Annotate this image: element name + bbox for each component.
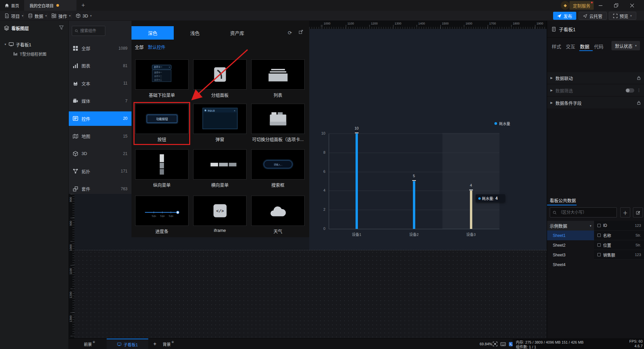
tile-iframe[interactable]: </> [193,196,247,226]
chart-bar-cap [355,133,359,133]
text-icon [73,81,78,86]
tile-slider[interactable]: 节点1节点2节点3 [135,196,189,226]
state-selector[interactable]: 默认状态 ▾ [611,41,640,50]
layers-panel-header: 看板图层 [0,21,68,35]
tile-hmenu[interactable] [193,149,247,180]
chart-bar-设备3[interactable] [470,191,472,229]
tile-label-dropdown: 基础下拉菜单 [135,92,189,98]
component-search-input[interactable] [80,29,102,33]
project-tab[interactable]: 我的空白项目 [24,0,76,11]
component-search[interactable] [72,26,105,36]
refresh-icon[interactable]: ⟳ [288,30,292,35]
common-data-tab[interactable]: 看板公共数据 [547,195,644,205]
popout-icon[interactable] [299,30,303,34]
category-topo[interactable]: 拓扑171 [69,164,131,179]
category-count: 20 [123,116,127,121]
keyboard-shortcuts-icon[interactable] [500,341,506,347]
field-checkbox[interactable] [597,224,601,227]
chart-bar-设备1[interactable] [356,134,358,229]
menu-project[interactable]: 项目▾ [1,11,27,21]
category-cube[interactable]: 3D21 [69,146,131,161]
divider [23,13,24,18]
category-suite[interactable]: 套件763 [69,182,131,196]
add-data-button[interactable]: ＋ [620,207,630,217]
close-button[interactable] [625,0,639,11]
expand-caret-icon[interactable]: ▼ [4,43,7,46]
tab-code[interactable]: 代码 [594,43,603,50]
category-grid[interactable]: 全部1089 [69,41,131,55]
tile-modal[interactable]: 弹窗标题✕ [193,104,247,134]
cloud-hosting-button[interactable]: 云托管 [579,12,607,20]
tree-item-chart[interactable]: T型分组柱状图 [0,49,68,58]
field-checkbox[interactable] [597,253,601,256]
tab-light-theme[interactable]: 浅色 [174,26,216,40]
tile-list[interactable] [251,59,305,90]
section-3[interactable]: ▶数据条件字段 [547,97,644,108]
category-media[interactable]: 媒体7 [69,94,131,108]
ruler-h-tick: 1100 [347,22,354,25]
tile-panel[interactable] [193,59,247,90]
menu-data[interactable]: 数据▾ [25,11,50,21]
section-1[interactable]: ▶数据联动 [547,72,644,84]
field-row-销售额[interactable]: 销售额123 [594,250,644,260]
zoom-level[interactable]: 69.84% [480,339,492,349]
category-chart[interactable]: 图表81 [69,58,131,73]
field-row-ID[interactable]: ID123 [594,221,644,231]
preview-button[interactable]: 预览 ▾ [609,12,636,20]
keyboard-icon [500,342,506,346]
category-map[interactable]: 地图15 [69,129,131,143]
minimize-button[interactable] [593,0,608,11]
menu-3d[interactable]: 3D▾ [72,11,95,21]
chart-bar-设备2[interactable] [413,181,415,229]
tile-tabspanel[interactable] [251,104,305,134]
dataset-selector[interactable]: 示例数据 ▾ [547,221,594,231]
tab-style[interactable]: 样式 [552,43,561,50]
field-row-名称[interactable]: 名称Str. [594,231,644,240]
sheet-item-sheet4[interactable]: Sheet4 [547,260,594,269]
board-tab[interactable]: 子看板1 [107,339,148,349]
section-2[interactable]: ▶数据筛选⋮ [547,85,644,96]
tab-data[interactable]: 数据 [580,43,589,50]
tree-item-board[interactable]: ▼ 子看板1 [0,40,68,49]
add-board-button[interactable]: + [153,339,156,349]
field-type: 123 [635,253,641,257]
publish-button[interactable]: 发布 [553,12,576,20]
home-tab[interactable]: 首页 [0,0,24,11]
kebab-menu-icon[interactable]: ⋮ [637,88,641,93]
tab-interaction[interactable]: 交互 [566,43,575,50]
sheet-item-sheet2[interactable]: Sheet2 [547,240,594,250]
bar-chart-component[interactable]: 024681010设备15设备24设备3 [309,29,547,250]
custom-service-label: 定制服务 [573,2,590,9]
background-button[interactable]: 背景⊕ [163,339,173,349]
category-text[interactable]: 文本11 [69,76,131,91]
home-icon [5,3,9,8]
fit-view-icon[interactable] [492,341,498,347]
tile-vmenu[interactable] [135,149,189,180]
tab-asset-library[interactable]: 资产库 [216,26,258,40]
common-data-search[interactable] [550,207,617,217]
menu-operations[interactable]: 操作▾ [48,11,74,21]
filter-tab-all[interactable]: 全部 [135,44,144,50]
field-row-位置[interactable]: 位置Str. [594,240,644,250]
sheet-item-sheet1[interactable]: Sheet1 [547,231,594,240]
filter-icon[interactable] [59,25,64,30]
section-caret-icon[interactable]: ▶ [550,101,553,104]
filter-tab-default[interactable]: 默认控件 [148,44,165,50]
edit-data-button[interactable] [633,207,643,217]
section-toggle[interactable] [626,88,634,93]
sheet-item-sheet3[interactable]: Sheet3 [547,250,594,260]
section-caret-icon[interactable]: ▶ [550,76,553,80]
tab-dark-theme[interactable]: 深色 [131,26,174,40]
category-widget[interactable]: 控件20 [69,111,131,126]
new-tab-button[interactable]: + [79,1,87,9]
field-checkbox[interactable] [597,243,601,247]
common-data-search-input[interactable] [558,210,609,215]
foreground-button[interactable]: 前景⊕ [84,339,95,349]
custom-service[interactable]: ◆ 定制服务 [561,1,594,10]
restore-button[interactable] [609,0,624,11]
tile-weather[interactable] [251,196,305,226]
section-caret-icon[interactable]: ▶ [550,89,553,92]
tile-searchbox[interactable]: 请输入... [251,149,305,180]
tile-dropdown[interactable]: 选项卡一▾选项卡一选项卡二选项卡三 [135,59,189,90]
field-checkbox[interactable] [597,234,601,237]
